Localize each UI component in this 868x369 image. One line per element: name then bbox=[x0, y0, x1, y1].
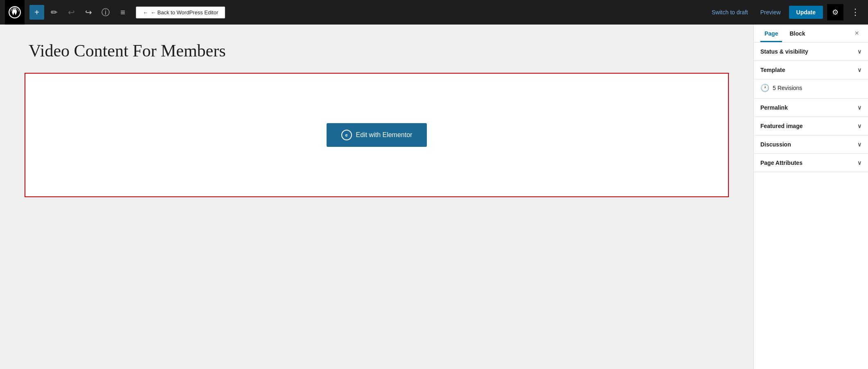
sidebar-close-button[interactable]: × bbox=[852, 27, 861, 39]
gear-icon: ⚙ bbox=[832, 8, 839, 17]
elementor-block: e Edit with Elementor bbox=[25, 73, 729, 197]
ellipsis-icon: ⋮ bbox=[851, 7, 860, 17]
chevron-down-icon: ∨ bbox=[857, 160, 861, 166]
switch-to-draft-button[interactable]: Switch to draft bbox=[708, 7, 752, 18]
panel-template: Template ∨ bbox=[754, 61, 868, 79]
editor-area: Video Content For Members e Edit with El… bbox=[0, 25, 753, 369]
redo-button[interactable]: ↪ bbox=[81, 5, 96, 20]
elementor-block-inner: e Edit with Elementor bbox=[25, 74, 728, 196]
chevron-down-icon: ∨ bbox=[857, 104, 861, 111]
toolbar-right: Switch to draft Preview Update ⚙ ⋮ bbox=[708, 4, 863, 20]
panel-permalink-header[interactable]: Permalink ∨ bbox=[754, 99, 868, 117]
info-button[interactable]: ⓘ bbox=[98, 5, 113, 20]
tab-block[interactable]: Block bbox=[785, 25, 809, 42]
chevron-down-icon: ∨ bbox=[857, 141, 861, 148]
chevron-down-icon: ∨ bbox=[857, 67, 861, 73]
panel-page-attributes-header[interactable]: Page Attributes ∨ bbox=[754, 154, 868, 172]
undo-icon: ↩ bbox=[68, 7, 75, 17]
list-icon: ≡ bbox=[120, 8, 125, 17]
undo-button[interactable]: ↩ bbox=[64, 5, 79, 20]
revisions-row[interactable]: 🕐 5 Revisions bbox=[754, 79, 868, 98]
pencil-icon: ✏ bbox=[51, 7, 58, 17]
panel-featured-image-header[interactable]: Featured image ∨ bbox=[754, 117, 868, 135]
panel-status-visibility: Status & visibility ∨ bbox=[754, 43, 868, 61]
plus-icon: + bbox=[34, 8, 39, 17]
settings-button[interactable]: ⚙ bbox=[827, 4, 843, 20]
panel-template-header[interactable]: Template ∨ bbox=[754, 61, 868, 79]
panel-discussion-header[interactable]: Discussion ∨ bbox=[754, 135, 868, 153]
panel-permalink: Permalink ∨ bbox=[754, 99, 868, 117]
tools-button[interactable]: ✏ bbox=[47, 5, 61, 20]
toolbar: + ✏ ↩ ↪ ⓘ ≡ ← ← Back to WordPress Editor… bbox=[0, 0, 868, 25]
panel-status-visibility-header[interactable]: Status & visibility ∨ bbox=[754, 43, 868, 61]
more-options-button[interactable]: ⋮ bbox=[848, 5, 863, 19]
panel-revisions: 🕐 5 Revisions bbox=[754, 79, 868, 99]
elementor-icon: e bbox=[341, 130, 352, 140]
sidebar-tabs: Page Block × bbox=[754, 25, 868, 43]
update-button[interactable]: Update bbox=[789, 6, 823, 19]
chevron-down-icon: ∨ bbox=[857, 48, 861, 55]
redo-icon: ↪ bbox=[85, 7, 92, 17]
list-view-button[interactable]: ≡ bbox=[115, 5, 130, 20]
add-block-button[interactable]: + bbox=[29, 5, 44, 20]
tab-page[interactable]: Page bbox=[760, 25, 782, 42]
page-title: Video Content For Members bbox=[25, 41, 729, 61]
history-icon: 🕐 bbox=[760, 83, 769, 92]
sidebar: Page Block × Status & visibility ∨ Templ… bbox=[753, 25, 868, 369]
edit-with-elementor-button[interactable]: e Edit with Elementor bbox=[327, 123, 427, 147]
info-icon: ⓘ bbox=[101, 7, 110, 18]
back-to-editor-button[interactable]: ← ← Back to WordPress Editor bbox=[136, 7, 225, 18]
chevron-down-icon: ∨ bbox=[857, 123, 861, 129]
wp-logo bbox=[5, 0, 25, 25]
preview-button[interactable]: Preview bbox=[756, 7, 785, 18]
panel-page-attributes: Page Attributes ∨ bbox=[754, 154, 868, 172]
main-layout: Video Content For Members e Edit with El… bbox=[0, 25, 868, 369]
panel-discussion: Discussion ∨ bbox=[754, 135, 868, 154]
back-arrow-icon: ← bbox=[143, 9, 148, 16]
panel-featured-image: Featured image ∨ bbox=[754, 117, 868, 135]
